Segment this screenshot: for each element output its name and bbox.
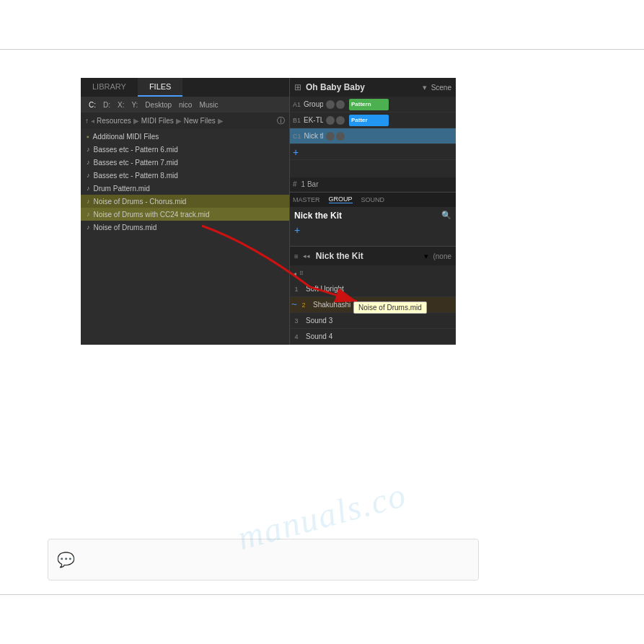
track-label-c1: C1 Nick the Kit [290,132,348,141]
scene-label: Scene [431,84,451,92]
drum-extra: (none [433,252,451,260]
song-title: Oh Baby Baby [306,82,418,92]
drum-controls: ◂ ⠿ [290,265,456,281]
watermark: manuals.co [6,413,638,618]
track-icons [326,100,345,109]
track-list: A1 Group A1 Pattern B1 EK [290,97,456,177]
tooltip-text: Noise of Drums.mid [358,304,422,312]
file-name: Basses etc - Pattern 7.mid [94,159,178,167]
breadcrumb-resources[interactable]: Resources [97,117,131,125]
bar-row: # 1 Bar [290,177,456,192]
pattern-cell-c1 [348,128,456,144]
drum-num-3: 3 [290,317,303,325]
add-track-row[interactable]: + [290,144,456,160]
breadcrumb-new-files[interactable]: New Files [184,117,216,125]
breadcrumb: ↑ ◂ Resources ▶ MIDI Files ▶ New Files ▶… [81,113,289,128]
drum-title: Nick the Kit [316,251,420,261]
file-name: Drum Pattern.mid [94,185,150,193]
tab-group[interactable]: GROUP [329,195,353,203]
list-item[interactable]: ♪ Basses etc - Pattern 8.mid [81,169,289,182]
drive-d[interactable]: D: [101,100,113,110]
add-track-icon: + [293,146,299,158]
pattern-cell-b1: Patter [348,113,456,128]
list-item[interactable]: ♪ Noise of Drums.mid [81,221,289,234]
arranger-header: ⊞ Oh Baby Baby ▾ Scene [290,78,456,97]
track-mute-icon[interactable] [326,132,335,141]
track-solo-icon[interactable] [336,116,345,125]
nick-kit-name: Nick the Kit [294,211,437,221]
track-mute-icon[interactable] [326,116,335,125]
bar-text: 1 Bar [301,180,319,188]
tab-files[interactable]: FILES [138,78,183,97]
file-name: Noise of Drums with CC24 track.mid [94,211,210,219]
drive-nico[interactable]: nico [177,100,194,110]
breadcrumb-sep3: ▶ [218,117,224,125]
drive-x[interactable]: X: [115,100,126,110]
pattern-block-b1[interactable]: Patter [349,115,389,126]
list-item-selected[interactable]: ♪ Noise of Drums - Chorus.mid [81,195,289,208]
list-item-dragging[interactable]: ♪ Noise of Drums with CC24 track.mid [81,208,289,221]
midi-icon: ♪ [87,224,90,231]
drive-music[interactable]: Music [197,100,220,110]
waveform-icon: 〜 [291,301,297,309]
top-divider [0,49,644,50]
search-icon[interactable]: 🔍 [441,211,451,220]
bottom-divider [0,594,644,595]
nick-content [290,236,456,246]
drum-ctrl-1[interactable]: ◂ [293,270,296,278]
breadcrumb-up-icon[interactable]: ↑ [85,117,89,125]
midi-icon: ♪ [87,211,90,218]
breadcrumb-info-icon[interactable]: ⓘ [277,115,285,126]
tab-sound[interactable]: SOUND [361,196,385,203]
grid-icon: ⊞ [294,82,301,92]
bar-icon: # [293,180,297,188]
breadcrumb-sep1: ▶ [133,117,139,125]
drive-c[interactable]: C: [87,100,98,110]
tab-master[interactable]: MASTER [293,196,320,203]
list-item[interactable]: ▪ Additional MIDI Files [81,130,289,143]
file-list: ▪ Additional MIDI Files ♪ Basses etc - P… [81,128,289,345]
drum-prev-icon[interactable]: ◂◂ [303,252,310,260]
tab-library[interactable]: LIBRARY [81,78,138,97]
drive-desktop[interactable]: Desktop [143,100,174,110]
folder-icon: ▪ [87,133,89,141]
track-solo-icon[interactable] [336,132,345,141]
breadcrumb-midi-files[interactable]: MIDI Files [141,117,174,125]
file-name: Basses etc - Pattern 6.mid [94,146,178,154]
track-solo-icon[interactable] [336,100,345,109]
drum-num-1: 1 [290,286,303,293]
track-mute-icon[interactable] [326,100,335,109]
drum-num-2: 2 [297,301,310,309]
list-item[interactable]: ♪ Basses etc - Pattern 7.mid [81,156,289,169]
file-name: Noise of Drums.mid [94,224,157,231]
drum-ctrl-2: ⠿ [299,270,304,277]
chat-icon: 💬 [57,551,75,568]
drive-row: C: D: X: Y: Desktop nico Music [81,97,289,113]
drum-track-row: 4 Sound 4 [290,329,456,345]
drive-y[interactable]: Y: [129,100,140,110]
list-item[interactable]: ♪ Drum Pattern.mid [81,182,289,195]
drum-track-name-1: Soft Upright [303,285,361,293]
drum-panel: ≡ ◂◂ Nick the Kit ▾ (none ◂ ⠿ 1 Soft Upr… [290,247,456,345]
drum-dropdown-icon[interactable]: ▾ [424,252,428,261]
file-name: Noise of Drums - Chorus.mid [94,198,187,206]
dropdown-arrow-icon[interactable]: ▾ [423,83,427,92]
drum-track-name-4: Sound 4 [303,332,361,340]
add-button[interactable]: + [294,224,300,236]
track-row: A1 Group A1 Pattern [290,97,456,113]
track-row: B1 EK-TL...worked Patter [290,113,456,128]
drum-track-row: 1 Soft Upright [290,281,456,297]
left-panel: LIBRARY FILES C: D: X: Y: Desktop nico M… [81,78,290,345]
arranger-top: ⊞ Oh Baby Baby ▾ Scene A1 Group A1 [290,78,456,193]
drum-header: ≡ ◂◂ Nick the Kit ▾ (none [290,247,456,265]
drum-num-4: 4 [290,333,303,340]
track-label-a1: A1 Group A1 [290,100,348,109]
nick-kit-panel: MASTER GROUP SOUND Nick the Kit 🔍 + [290,193,456,247]
file-name: Additional MIDI Files [93,133,159,141]
drum-track-name-3: Sound 3 [303,317,361,325]
nick-tabs: MASTER GROUP SOUND [290,193,456,207]
panel-tabs: LIBRARY FILES [81,78,289,97]
drag-tooltip: Noise of Drums.mid [353,301,427,314]
list-item[interactable]: ♪ Basses etc - Pattern 6.mid [81,143,289,156]
pattern-block-a1[interactable]: Pattern [349,99,389,110]
